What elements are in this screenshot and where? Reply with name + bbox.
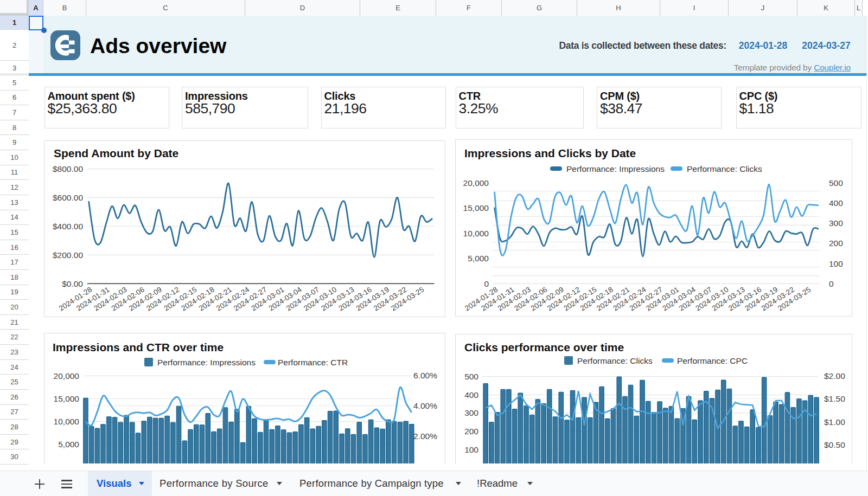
svg-text:$2.00: $2.00 xyxy=(824,371,845,381)
svg-text:0: 0 xyxy=(829,279,834,288)
svg-text:$400.00: $400.00 xyxy=(53,222,83,231)
svg-text:400: 400 xyxy=(464,390,478,400)
svg-text:0: 0 xyxy=(484,279,489,288)
svg-text:100: 100 xyxy=(464,445,478,454)
svg-text:15,000: 15,000 xyxy=(54,394,80,403)
svg-text:20,000: 20,000 xyxy=(463,178,489,188)
svg-text:5,000: 5,000 xyxy=(468,254,489,263)
svg-text:15,000: 15,000 xyxy=(463,203,489,212)
svg-text:$600.00: $600.00 xyxy=(53,193,83,202)
svg-text:100: 100 xyxy=(829,259,843,268)
svg-text:$1.50: $1.50 xyxy=(824,394,845,403)
svg-text:4.00%: 4.00% xyxy=(413,401,437,410)
svg-text:10,000: 10,000 xyxy=(54,417,80,426)
svg-text:$0.00: $0.00 xyxy=(62,279,83,288)
svg-text:200: 200 xyxy=(464,427,478,436)
svg-text:20,000: 20,000 xyxy=(54,371,80,381)
svg-text:$200.00: $200.00 xyxy=(53,250,83,260)
svg-text:Performance: CTR: Performance: CTR xyxy=(278,358,348,367)
svg-text:5,000: 5,000 xyxy=(58,440,79,449)
svg-text:500: 500 xyxy=(829,178,843,188)
svg-text:Spend Amount by Date: Spend Amount by Date xyxy=(54,147,178,159)
svg-text:10,000: 10,000 xyxy=(463,229,489,238)
svg-text:Performance: Impressions: Performance: Impressions xyxy=(566,164,665,173)
svg-text:2.00%: 2.00% xyxy=(413,431,437,441)
svg-text:500: 500 xyxy=(464,372,478,381)
svg-text:Impressions and CTR over time: Impressions and CTR over time xyxy=(53,341,224,353)
svg-text:Performance: CPC: Performance: CPC xyxy=(677,356,748,365)
svg-text:300: 300 xyxy=(829,218,843,228)
svg-text:Performance: Clicks: Performance: Clicks xyxy=(687,164,762,173)
svg-text:$800.00: $800.00 xyxy=(53,164,83,173)
svg-text:Clicks performance over time: Clicks performance over time xyxy=(464,341,624,353)
svg-text:Performance: Impressions: Performance: Impressions xyxy=(157,358,256,367)
svg-text:Performance: Clicks: Performance: Clicks xyxy=(577,356,653,365)
svg-text:200: 200 xyxy=(829,239,843,248)
svg-text:6.00%: 6.00% xyxy=(413,371,437,380)
svg-text:300: 300 xyxy=(464,408,478,417)
svg-text:$1.00: $1.00 xyxy=(824,417,845,427)
svg-text:$0.50: $0.50 xyxy=(824,440,845,449)
svg-text:400: 400 xyxy=(829,198,843,208)
svg-text:Impressions and Clicks by Date: Impressions and Clicks by Date xyxy=(464,147,636,159)
